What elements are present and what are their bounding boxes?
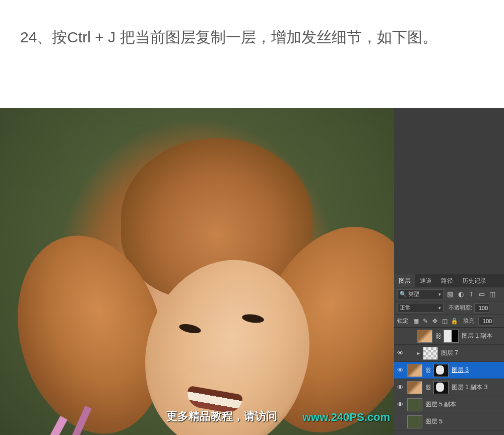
visibility-toggle[interactable]: 👁 (396, 349, 404, 357)
fill-label: 填充: (463, 317, 476, 325)
layer-name[interactable]: 图层 5 副本 (425, 400, 456, 409)
panel-tabs: 图层 通道 路径 历史记录 (394, 274, 504, 287)
layer-name[interactable]: 图层 7 (441, 349, 458, 357)
layer-thumbnail[interactable] (407, 415, 422, 428)
filter-type-icon[interactable]: T (468, 291, 475, 298)
filter-smart-icon[interactable]: ◫ (489, 291, 496, 298)
lock-artboard-icon[interactable]: ◫ (441, 318, 448, 325)
group-arrow-icon[interactable]: ▸ (417, 350, 420, 356)
visibility-toggle[interactable]: 👁 (396, 384, 404, 391)
visibility-toggle[interactable]: 👁 (396, 401, 404, 408)
layer-mask-thumbnail[interactable] (433, 381, 449, 394)
visibility-toggle[interactable]: 👁 (396, 366, 404, 374)
layers-list: 👁 ⛓ 图层 1 副本 👁 ▸ 图层 7 👁 ⛓ 图层 3 (394, 328, 504, 435)
lock-row: 锁定: ▦ ✎ ✥ ◫ 🔒 填充: (394, 315, 504, 328)
layer-filter-row: 🔍 类型 ▾ ▧ ◐ T ▭ ◫ (394, 287, 504, 301)
link-icon: ⛓ (425, 367, 430, 374)
blend-mode-select[interactable]: 正常 ▾ (397, 303, 444, 313)
watermark-url: www.240PS.com (302, 411, 390, 424)
layer-mask-thumbnail[interactable] (433, 364, 449, 377)
layer-thumbnail[interactable] (407, 364, 422, 377)
chevron-down-icon: ▾ (438, 305, 441, 310)
layer-name[interactable]: 图层 5 (425, 417, 443, 426)
lock-icon[interactable]: 🔒 (451, 318, 458, 325)
tab-paths[interactable]: 路径 (436, 274, 458, 287)
lock-label: 锁定: (397, 317, 410, 325)
layer-thumbnail[interactable] (407, 381, 422, 394)
tutorial-step-text: 24、按Ctrl + J 把当前图层复制一层，增加发丝细节，如下图。 (0, 0, 504, 70)
opacity-label: 不透明度: (449, 304, 472, 312)
layer-row[interactable]: 👁 图层 5 (394, 413, 504, 430)
tab-channels[interactable]: 通道 (415, 274, 436, 287)
layer-thumbnail[interactable] (423, 347, 438, 360)
layer-mask-thumbnail[interactable] (444, 330, 459, 343)
layer-row[interactable]: 👁 图层 5 副本 (394, 396, 504, 413)
layer-name[interactable]: 图层 3 (452, 366, 469, 375)
layer-row[interactable]: 👁 ▸ 图层 7 (394, 345, 504, 362)
portrait-image (0, 108, 394, 435)
tab-layers[interactable]: 图层 (394, 274, 415, 287)
layer-row[interactable]: 👁 ⛓ 图层 3 (394, 362, 504, 379)
blend-mode-row: 正常 ▾ 不透明度: (394, 301, 504, 315)
layer-row[interactable]: 👁 ⛓ 图层 1 副本 3 (394, 379, 504, 396)
watermark-label: 更多精品教程，请访问 (166, 409, 277, 424)
chevron-down-icon: ▾ (438, 292, 441, 297)
lock-all-icon[interactable]: ▦ (412, 318, 419, 325)
canvas-preview: 更多精品教程，请访问 www.240PS.com PS爱好者 图层 通道 路径 … (0, 108, 504, 435)
visibility-toggle[interactable]: 👁 (396, 418, 404, 425)
layers-panel: 图层 通道 路径 历史记录 🔍 类型 ▾ ▧ ◐ T ▭ ◫ 正常 ▾ 不透明 (394, 274, 504, 435)
lock-position-icon[interactable]: ✥ (431, 318, 438, 325)
tab-history[interactable]: 历史记录 (458, 274, 491, 287)
layer-name[interactable]: 图层 1 副本 (462, 332, 492, 340)
layer-row[interactable]: 👁 ⛓ 图层 1 副本 (394, 328, 504, 345)
link-icon: ⛓ (425, 384, 430, 391)
filter-pixel-icon[interactable]: ▧ (447, 291, 454, 298)
filter-adjust-icon[interactable]: ◐ (457, 291, 464, 298)
layer-thumbnail[interactable] (407, 398, 422, 411)
layer-thumbnail[interactable] (417, 330, 432, 343)
link-icon: ⛓ (435, 333, 440, 340)
filter-kind-select[interactable]: 🔍 类型 ▾ (397, 289, 444, 299)
visibility-toggle[interactable]: 👁 (396, 332, 404, 340)
fill-input[interactable] (478, 317, 493, 326)
layer-name[interactable]: 图层 1 副本 3 (452, 383, 487, 392)
lock-pixel-icon[interactable]: ✎ (422, 318, 429, 325)
opacity-input[interactable] (474, 303, 489, 313)
filter-shape-icon[interactable]: ▭ (478, 291, 485, 298)
workspace-dark-area (394, 108, 504, 274)
